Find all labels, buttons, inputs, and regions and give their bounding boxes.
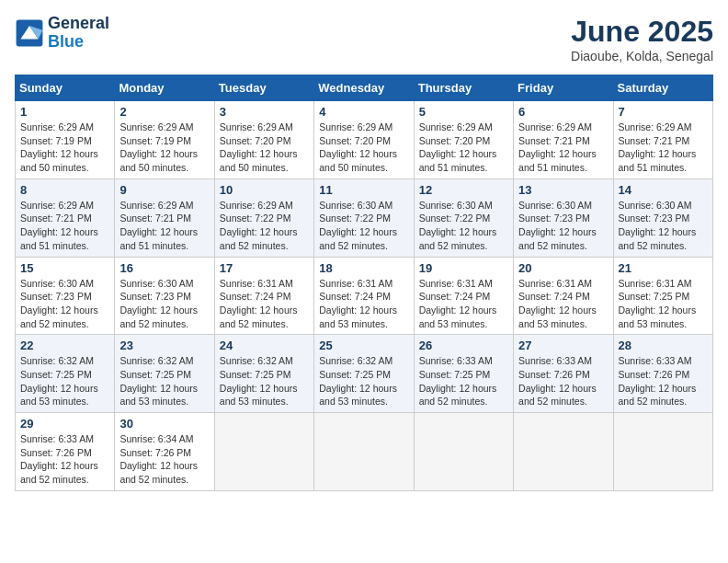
day-info: Sunrise: 6:30 AM Sunset: 7:23 PM Dayligh… (518, 199, 608, 253)
day-number: 7 (619, 105, 708, 119)
day-number: 3 (220, 105, 309, 119)
day-info: Sunrise: 6:34 AM Sunset: 7:26 PM Dayligh… (119, 432, 209, 487)
location: Diaoube, Kolda, Senegal (571, 49, 713, 63)
day-number: 1 (20, 105, 109, 119)
day-info: Sunrise: 6:32 AM Sunset: 7:25 PM Dayligh… (220, 354, 309, 408)
day-cell: 29 Sunrise: 6:33 AM Sunset: 7:26 PM Dayl… (16, 413, 115, 491)
day-info: Sunrise: 6:29 AM Sunset: 7:20 PM Dayligh… (419, 121, 508, 175)
day-number: 30 (119, 417, 209, 431)
empty-cell (414, 413, 513, 491)
day-cell: 30 Sunrise: 6:34 AM Sunset: 7:26 PM Dayl… (115, 413, 214, 491)
col-saturday: Saturday (613, 75, 712, 101)
day-info: Sunrise: 6:32 AM Sunset: 7:25 PM Dayligh… (20, 354, 109, 408)
col-sunday: Sunday (16, 75, 115, 101)
day-number: 23 (119, 339, 209, 352)
day-number: 9 (119, 183, 209, 197)
day-number: 25 (319, 339, 408, 352)
logo-text: GeneralBlue (48, 15, 109, 52)
empty-cell (514, 413, 613, 491)
month-title: June 2025 (571, 15, 713, 49)
calendar-header-row: Sunday Monday Tuesday Wednesday Thursday… (16, 75, 713, 101)
day-number: 22 (20, 339, 109, 352)
day-cell: 1 Sunrise: 6:29 AM Sunset: 7:19 PM Dayli… (16, 101, 115, 179)
day-info: Sunrise: 6:30 AM Sunset: 7:22 PM Dayligh… (419, 199, 508, 253)
day-cell: 13 Sunrise: 6:30 AM Sunset: 7:23 PM Dayl… (514, 178, 613, 257)
calendar-row: 1 Sunrise: 6:29 AM Sunset: 7:19 PM Dayli… (16, 101, 713, 179)
day-cell: 6 Sunrise: 6:29 AM Sunset: 7:21 PM Dayli… (514, 101, 613, 179)
day-number: 28 (619, 339, 708, 352)
day-info: Sunrise: 6:30 AM Sunset: 7:23 PM Dayligh… (619, 199, 708, 253)
day-number: 20 (518, 261, 608, 275)
logo-icon (15, 18, 44, 48)
calendar-row: 8 Sunrise: 6:29 AM Sunset: 7:21 PM Dayli… (16, 178, 713, 257)
day-number: 10 (220, 183, 309, 197)
day-number: 17 (220, 261, 309, 275)
day-number: 6 (518, 105, 608, 119)
col-wednesday: Wednesday (314, 75, 414, 101)
day-number: 18 (319, 261, 408, 275)
day-cell: 9 Sunrise: 6:29 AM Sunset: 7:21 PM Dayli… (115, 178, 214, 257)
day-number: 4 (319, 105, 408, 119)
day-cell: 3 Sunrise: 6:29 AM Sunset: 7:20 PM Dayli… (214, 101, 313, 179)
day-number: 8 (20, 183, 109, 197)
day-number: 21 (619, 261, 708, 275)
day-number: 5 (419, 105, 508, 119)
day-cell: 11 Sunrise: 6:30 AM Sunset: 7:22 PM Dayl… (314, 178, 414, 257)
day-cell: 2 Sunrise: 6:29 AM Sunset: 7:19 PM Dayli… (115, 101, 214, 179)
day-cell: 19 Sunrise: 6:31 AM Sunset: 7:24 PM Dayl… (414, 257, 513, 335)
day-info: Sunrise: 6:31 AM Sunset: 7:24 PM Dayligh… (419, 277, 508, 331)
day-info: Sunrise: 6:30 AM Sunset: 7:23 PM Dayligh… (20, 277, 109, 331)
day-cell: 27 Sunrise: 6:33 AM Sunset: 7:26 PM Dayl… (514, 335, 613, 413)
day-number: 13 (518, 183, 608, 197)
title-block: June 2025 Diaoube, Kolda, Senegal (571, 15, 713, 63)
empty-cell (214, 413, 313, 491)
day-cell: 7 Sunrise: 6:29 AM Sunset: 7:21 PM Dayli… (613, 101, 712, 179)
day-info: Sunrise: 6:29 AM Sunset: 7:21 PM Dayligh… (119, 199, 209, 253)
day-cell: 17 Sunrise: 6:31 AM Sunset: 7:24 PM Dayl… (214, 257, 313, 335)
day-cell: 16 Sunrise: 6:30 AM Sunset: 7:23 PM Dayl… (115, 257, 214, 335)
day-cell: 21 Sunrise: 6:31 AM Sunset: 7:25 PM Dayl… (613, 257, 712, 335)
day-info: Sunrise: 6:29 AM Sunset: 7:21 PM Dayligh… (518, 121, 608, 175)
day-info: Sunrise: 6:29 AM Sunset: 7:20 PM Dayligh… (319, 121, 408, 175)
day-cell: 4 Sunrise: 6:29 AM Sunset: 7:20 PM Dayli… (314, 101, 414, 179)
page-header: GeneralBlue June 2025 Diaoube, Kolda, Se… (15, 15, 713, 63)
day-cell: 14 Sunrise: 6:30 AM Sunset: 7:23 PM Dayl… (613, 178, 712, 257)
col-monday: Monday (115, 75, 214, 101)
day-info: Sunrise: 6:32 AM Sunset: 7:25 PM Dayligh… (119, 354, 209, 408)
day-cell: 26 Sunrise: 6:33 AM Sunset: 7:25 PM Dayl… (414, 335, 513, 413)
col-thursday: Thursday (414, 75, 513, 101)
calendar-table: Sunday Monday Tuesday Wednesday Thursday… (15, 75, 713, 491)
day-number: 14 (619, 183, 708, 197)
day-cell: 28 Sunrise: 6:33 AM Sunset: 7:26 PM Dayl… (613, 335, 712, 413)
col-friday: Friday (514, 75, 613, 101)
day-number: 15 (20, 261, 109, 275)
day-info: Sunrise: 6:33 AM Sunset: 7:26 PM Dayligh… (518, 354, 608, 408)
day-cell: 25 Sunrise: 6:32 AM Sunset: 7:25 PM Dayl… (314, 335, 414, 413)
calendar-body: 1 Sunrise: 6:29 AM Sunset: 7:19 PM Dayli… (16, 101, 713, 491)
calendar-row: 29 Sunrise: 6:33 AM Sunset: 7:26 PM Dayl… (16, 413, 713, 491)
day-number: 12 (419, 183, 508, 197)
col-tuesday: Tuesday (214, 75, 313, 101)
day-info: Sunrise: 6:31 AM Sunset: 7:24 PM Dayligh… (319, 277, 408, 331)
day-info: Sunrise: 6:29 AM Sunset: 7:21 PM Dayligh… (619, 121, 708, 175)
day-cell: 8 Sunrise: 6:29 AM Sunset: 7:21 PM Dayli… (16, 178, 115, 257)
day-number: 24 (220, 339, 309, 352)
day-cell: 23 Sunrise: 6:32 AM Sunset: 7:25 PM Dayl… (115, 335, 214, 413)
day-cell: 24 Sunrise: 6:32 AM Sunset: 7:25 PM Dayl… (214, 335, 313, 413)
day-cell: 18 Sunrise: 6:31 AM Sunset: 7:24 PM Dayl… (314, 257, 414, 335)
calendar-row: 22 Sunrise: 6:32 AM Sunset: 7:25 PM Dayl… (16, 335, 713, 413)
day-info: Sunrise: 6:33 AM Sunset: 7:26 PM Dayligh… (20, 432, 109, 487)
day-info: Sunrise: 6:30 AM Sunset: 7:23 PM Dayligh… (119, 277, 209, 331)
day-number: 29 (20, 417, 109, 431)
day-info: Sunrise: 6:31 AM Sunset: 7:24 PM Dayligh… (518, 277, 608, 331)
day-number: 11 (319, 183, 408, 197)
day-number: 27 (518, 339, 608, 352)
day-info: Sunrise: 6:29 AM Sunset: 7:22 PM Dayligh… (220, 199, 309, 253)
day-info: Sunrise: 6:29 AM Sunset: 7:19 PM Dayligh… (119, 121, 209, 175)
day-number: 16 (119, 261, 209, 275)
day-info: Sunrise: 6:30 AM Sunset: 7:22 PM Dayligh… (319, 199, 408, 253)
day-number: 19 (419, 261, 508, 275)
day-cell: 22 Sunrise: 6:32 AM Sunset: 7:25 PM Dayl… (16, 335, 115, 413)
calendar-row: 15 Sunrise: 6:30 AM Sunset: 7:23 PM Dayl… (16, 257, 713, 335)
day-cell: 5 Sunrise: 6:29 AM Sunset: 7:20 PM Dayli… (414, 101, 513, 179)
